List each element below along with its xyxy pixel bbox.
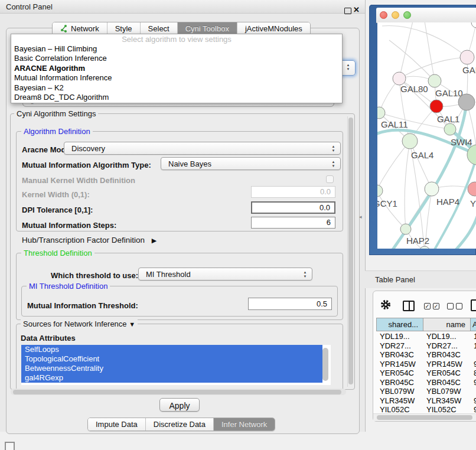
table-cell: YPR145W: [376, 360, 423, 369]
mi-algorithm-type-combo[interactable]: Naive Bayes ▲▼: [161, 157, 341, 170]
node-label: HAP4: [436, 197, 459, 207]
table-row[interactable]: YDL19...YDL19...13: [376, 332, 476, 341]
columns-icon[interactable]: [403, 301, 415, 311]
network-window-titlebar[interactable]: [376, 8, 476, 23]
tab-select[interactable]: Select: [141, 22, 178, 35]
table-cell: YLR345W: [376, 396, 423, 406]
table-row[interactable]: YER054CYER054C8.: [376, 369, 476, 378]
network-graph[interactable]: GALGAL80GAL10GAL11GAL1SWI4GAL4GCY1HAP4YH…: [377, 22, 476, 249]
data-attributes-label: Data Attributes: [21, 334, 76, 343]
attribute-item[interactable]: BetweennessCentrality: [21, 364, 322, 373]
table-cell: 9: [470, 405, 476, 413]
table-cell: YDL19...: [376, 332, 423, 341]
algorithm-option[interactable]: ARACNE Algorithm: [11, 64, 342, 73]
table-row[interactable]: YLR345WYLR345W9.: [376, 396, 476, 406]
network-icon: [60, 25, 68, 32]
tab-cyni-toolbox[interactable]: Cyni Toolbox: [178, 22, 237, 35]
tab-label: Select: [148, 22, 169, 35]
algorithm-option[interactable]: Bayesian – Hill Climbing: [11, 44, 342, 54]
attributes-list-scrollbar[interactable]: [322, 348, 328, 381]
network-node-y[interactable]: [468, 182, 476, 196]
network-node-gal1[interactable]: [444, 123, 456, 135]
control-panel-titlebar[interactable]: Control Panel: [0, 0, 365, 14]
network-node-gal[interactable]: [460, 50, 474, 64]
sources-group-title[interactable]: Sources for Network Inference ▼: [21, 319, 138, 328]
splitter-collapse-icon[interactable]: ◂: [359, 214, 362, 220]
file-icon[interactable]: [471, 299, 476, 311]
checked-boxes-icon[interactable]: ✓: [424, 303, 431, 309]
apply-button[interactable]: Apply: [159, 398, 200, 412]
dpi-tolerance-field[interactable]: 0.0: [251, 201, 335, 214]
algorithm-option[interactable]: Bayesian – K2: [11, 83, 342, 93]
node-table[interactable]: YDL19...YDL19...13YDR27...YDR27...12YBR0…: [376, 332, 476, 413]
table-row[interactable]: YBR043CYBR043C: [376, 350, 476, 360]
manual-kernel-width-checkbox[interactable]: [326, 175, 334, 183]
table-cell: YBR043C: [376, 350, 423, 360]
table-cell: YPR145W: [423, 360, 470, 369]
checked-boxes-icon[interactable]: ✓: [433, 303, 439, 309]
table-row[interactable]: YBR045CYBR045C9.: [376, 378, 476, 387]
network-node-gcy1[interactable]: [377, 185, 383, 197]
minimized-panel-icon[interactable]: [5, 442, 15, 450]
minimize-traffic-light-icon[interactable]: [392, 11, 399, 19]
combo-spinner-icon: ▲▼: [345, 63, 351, 71]
data-attributes-list[interactable]: SelfLoopsTopologicalCoefficientBetweenne…: [21, 345, 331, 385]
network-canvas[interactable]: GALGAL80GAL10GAL11GAL1SWI4GAL4GCY1HAP4YH…: [377, 22, 476, 249]
settings-horizontal-scrollbar[interactable]: [11, 389, 346, 395]
table-row[interactable]: YBL079WYBL079W: [376, 387, 476, 396]
kernel-width-field[interactable]: 0.0: [251, 186, 335, 198]
aracne-mode-combo[interactable]: Discovery ▲▼: [64, 142, 341, 155]
table-cell: YBL079W: [423, 387, 470, 396]
table-row[interactable]: YDR27...YDR27...12: [376, 341, 476, 351]
close-icon[interactable]: ✕: [353, 5, 360, 14]
network-node[interactable]: [458, 94, 475, 110]
mi-threshold-field[interactable]: 0.5: [248, 298, 332, 310]
network-node-gal10[interactable]: [428, 74, 441, 87]
tab-label: Network: [71, 22, 99, 35]
gear-icon[interactable]: [380, 299, 391, 312]
table-cell: YIL052C: [423, 405, 470, 413]
tab-network[interactable]: Network: [53, 22, 107, 35]
network-node-gal80[interactable]: [393, 72, 406, 85]
tab-impute-data[interactable]: Impute Data: [88, 418, 146, 431]
table-row[interactable]: YPR145WYPR145W9.: [376, 360, 476, 369]
tab-infer-network[interactable]: Infer Network: [214, 418, 275, 431]
settings-vertical-scrollbar[interactable]: [347, 116, 354, 387]
network-node[interactable]: [471, 22, 476, 28]
table-cell: 13: [470, 332, 476, 341]
which-threshold-combo[interactable]: MI Threshold ▲▼: [138, 268, 312, 281]
algorithm-dropdown-hint: Select algorithm to view settings: [11, 34, 342, 44]
float-window-icon[interactable]: [344, 8, 351, 14]
network-node[interactable]: [430, 100, 443, 113]
mi-steps-label: Mutual Information Steps:: [22, 221, 116, 230]
attribute-item[interactable]: gal4RGexp: [21, 373, 322, 383]
column-header-partial[interactable]: A: [470, 318, 476, 331]
zoom-traffic-light-icon[interactable]: [403, 11, 411, 19]
tab-style[interactable]: Style: [107, 22, 141, 35]
close-traffic-light-icon[interactable]: [380, 11, 387, 19]
hub-definition-toggle[interactable]: Hub/Transcription Factor Definition ▶: [22, 236, 157, 244]
column-header-name[interactable]: name: [423, 318, 471, 331]
algorithm-option[interactable]: Mutual Information Inference: [11, 73, 342, 83]
attribute-item[interactable]: SelfLoops: [21, 345, 322, 354]
unchecked-boxes-icon[interactable]: [456, 303, 462, 309]
algorithm-definition-title: Algorithm Definition: [21, 127, 93, 136]
unchecked-boxes-icon[interactable]: [447, 303, 454, 309]
tab-label: jActiveMNodules: [245, 22, 302, 35]
network-node-gal4[interactable]: [402, 133, 418, 149]
tab-jactivemnodules[interactable]: jActiveMNodules: [237, 22, 310, 35]
mi-steps-field[interactable]: 6: [251, 217, 335, 229]
algorithm-option[interactable]: Dream8 DC_TDC Algorithm: [11, 93, 342, 102]
tab-discretize-data[interactable]: Discretize Data: [146, 418, 214, 431]
attribute-item[interactable]: TopologicalCoefficient: [21, 354, 322, 364]
network-node-hap2[interactable]: [400, 224, 411, 234]
algorithm-dropdown-list: Select algorithm to view settings Bayesi…: [11, 34, 343, 103]
algorithm-option[interactable]: Basic Correlation Inference: [11, 54, 342, 63]
column-header-shared-name[interactable]: shared...: [376, 318, 423, 331]
table-panel-header[interactable]: Table Panel: [365, 270, 476, 288]
table-horizontal-scrollbar[interactable]: [373, 413, 476, 421]
network-node-hap4[interactable]: [425, 182, 439, 196]
table-cell: 9.: [470, 360, 476, 369]
network-node[interactable]: [419, 246, 430, 249]
table-row[interactable]: YIL052CYIL052C9: [376, 405, 476, 413]
